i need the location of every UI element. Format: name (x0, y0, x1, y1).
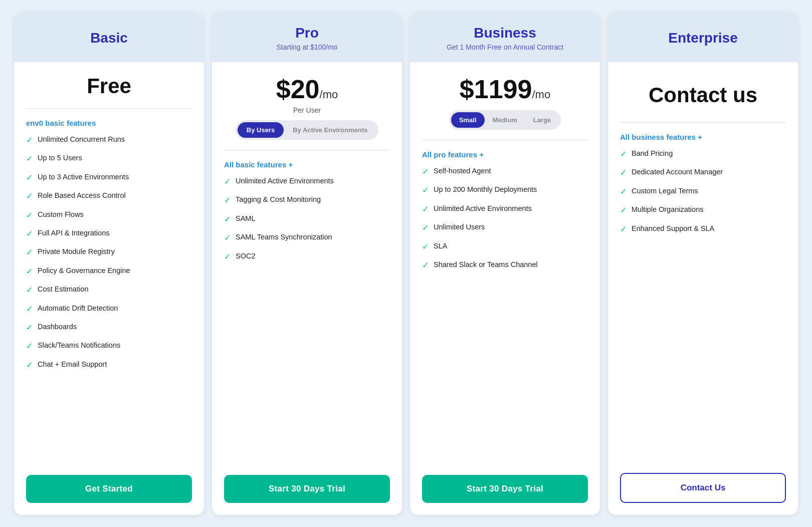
feature-text: Enhanced Support & SLA (632, 223, 714, 233)
list-item: ✓Up to 3 Active Environments (26, 172, 192, 183)
plan-name-basic: Basic (90, 30, 128, 46)
list-item: ✓Unlimited Concurrent Runs (26, 134, 192, 146)
check-icon: ✓ (224, 176, 231, 187)
check-icon: ✓ (26, 172, 33, 183)
check-icon: ✓ (620, 224, 627, 235)
size-toggle-group-business: SmallMediumLarge (449, 110, 561, 130)
check-icon: ✓ (26, 191, 33, 202)
feature-text: Shared Slack or Teams Channel (434, 259, 538, 270)
toggle-group-pro: By UsersBy Active Environments (236, 120, 378, 140)
plan-price-basic: Free (26, 74, 192, 109)
feature-text: Cost Estimation (38, 284, 89, 294)
features-label-enterprise: All business features + (620, 133, 786, 141)
feature-list-business: ✓Self-hosted Agent✓Up to 200 Monthly Dep… (422, 166, 588, 459)
check-icon: ✓ (422, 241, 429, 252)
list-item: ✓Band Pricing (620, 148, 786, 160)
plan-name-pro: Pro (295, 25, 319, 41)
feature-text: Slack/Teams Notifications (38, 340, 120, 350)
cta-button-enterprise[interactable]: Contact Us (620, 473, 786, 503)
price-free-label: Free (26, 74, 192, 98)
list-item: ✓SAML (224, 213, 390, 225)
list-item: ✓Chat + Email Support (26, 359, 192, 371)
check-icon: ✓ (26, 322, 33, 333)
feature-text: Custom Legal Terms (632, 186, 698, 196)
plan-subtitle-pro: Starting at $100/mo (276, 43, 337, 51)
size-toggle-btn-business-0[interactable]: Small (451, 112, 485, 128)
feature-text: SAML Teams Synchronization (236, 232, 332, 242)
feature-text: SAML (236, 213, 256, 223)
plan-body-enterprise: Contact usAll business features +✓Band P… (608, 62, 798, 465)
check-icon: ✓ (224, 195, 231, 206)
features-label-pro: All basic features + (224, 160, 390, 169)
plan-header-enterprise: Enterprise (608, 12, 798, 62)
feature-text: Policy & Governance Engine (38, 266, 130, 276)
list-item: ✓Full API & Integrations (26, 228, 192, 239)
plan-footer-business: Start 30 Days Trial (410, 467, 600, 515)
feature-text: Custom Flows (38, 209, 84, 219)
list-item: ✓Automatic Drift Detection (26, 303, 192, 315)
check-icon: ✓ (620, 186, 627, 197)
feature-text: Self-hosted Agent (434, 166, 491, 176)
size-toggle-btn-business-1[interactable]: Medium (485, 112, 525, 128)
feature-text: Unlimited Active Environments (236, 176, 334, 186)
check-icon: ✓ (26, 135, 33, 146)
toggle-btn-pro-1[interactable]: By Active Environments (284, 122, 376, 138)
check-icon: ✓ (620, 149, 627, 160)
list-item: ✓Policy & Governance Engine (26, 266, 192, 277)
feature-text: Unlimited Active Environments (434, 203, 532, 213)
cta-button-basic[interactable]: Get Started (26, 475, 192, 503)
list-item: ✓Slack/Teams Notifications (26, 340, 192, 352)
check-icon: ✓ (26, 210, 33, 221)
plan-card-enterprise: EnterpriseContact usAll business feature… (608, 12, 798, 515)
cta-button-pro[interactable]: Start 30 Days Trial (224, 475, 390, 503)
feature-text: Unlimited Users (434, 222, 485, 232)
check-icon: ✓ (422, 204, 429, 215)
plan-body-pro: $20/moPer UserBy UsersBy Active Environm… (212, 62, 402, 467)
feature-list-enterprise: ✓Band Pricing✓Dedicated Account Manager✓… (620, 148, 786, 457)
price-amount-business: $1199 (460, 75, 532, 104)
check-icon: ✓ (26, 360, 33, 371)
list-item: ✓SAML Teams Synchronization (224, 232, 390, 243)
feature-text: Automatic Drift Detection (38, 303, 118, 313)
cta-button-business[interactable]: Start 30 Days Trial (422, 475, 588, 503)
list-item: ✓Unlimited Users (422, 222, 588, 233)
check-icon: ✓ (224, 214, 231, 225)
check-icon: ✓ (26, 247, 33, 258)
feature-text: Dashboards (38, 322, 77, 332)
size-toggle-btn-business-2[interactable]: Large (525, 112, 559, 128)
check-icon: ✓ (26, 228, 33, 239)
plan-price-pro: $20/moPer UserBy UsersBy Active Environm… (224, 74, 390, 150)
plan-price-business: $1199/moSmallMediumLarge (422, 74, 588, 140)
plan-card-business: BusinessGet 1 Month Free on Annual Contr… (410, 12, 600, 515)
plan-header-business: BusinessGet 1 Month Free on Annual Contr… (410, 12, 600, 62)
check-icon: ✓ (620, 205, 627, 216)
feature-text: Private Module Registry (38, 246, 115, 256)
plan-footer-pro: Start 30 Days Trial (212, 467, 402, 515)
feature-text: Unlimited Concurrent Runs (38, 134, 125, 144)
check-icon: ✓ (26, 153, 33, 164)
plan-footer-basic: Get Started (14, 467, 204, 515)
feature-text: Full API & Integrations (38, 228, 109, 238)
feature-text: Band Pricing (632, 148, 673, 158)
feature-text: SLA (434, 241, 447, 251)
list-item: ✓Dedicated Account Manager (620, 167, 786, 178)
plan-header-basic: Basic (14, 12, 204, 62)
feature-list-basic: ✓Unlimited Concurrent Runs✓Up to 5 Users… (26, 134, 192, 459)
plan-name-enterprise: Enterprise (668, 30, 738, 46)
feature-text: Up to 3 Active Environments (38, 172, 129, 182)
toggle-btn-pro-0[interactable]: By Users (238, 122, 284, 138)
plan-name-business: Business (474, 25, 536, 41)
plan-header-pro: ProStarting at $100/mo (212, 12, 402, 62)
list-item: ✓Custom Flows (26, 209, 192, 221)
plan-price-enterprise: Contact us (620, 74, 786, 123)
list-item: ✓Up to 200 Monthly Deployments (422, 184, 588, 196)
check-icon: ✓ (422, 185, 429, 196)
check-icon: ✓ (224, 251, 231, 262)
check-icon: ✓ (422, 166, 429, 177)
list-item: ✓Custom Legal Terms (620, 186, 786, 197)
check-icon: ✓ (26, 304, 33, 315)
list-item: ✓Multiple Organizations (620, 204, 786, 216)
plan-subtitle-business: Get 1 Month Free on Annual Contract (447, 43, 563, 51)
check-icon: ✓ (422, 222, 429, 233)
feature-text: SOC2 (236, 251, 256, 261)
